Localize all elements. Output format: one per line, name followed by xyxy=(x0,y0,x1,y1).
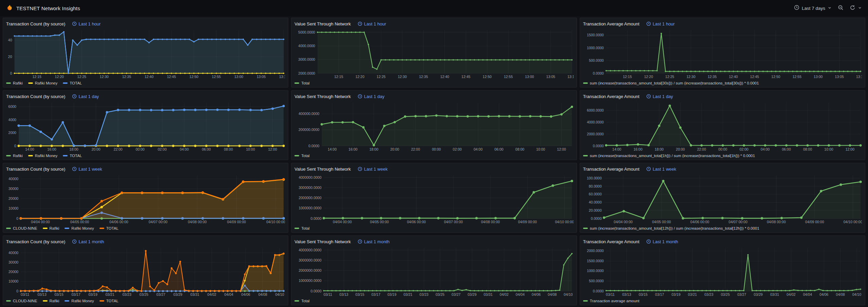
legend-item[interactable]: Total xyxy=(294,81,309,85)
legend-item[interactable]: Rafiki xyxy=(43,226,59,230)
legend-item[interactable]: Rafiki Money xyxy=(65,226,94,230)
x-axis-label: 12:50 xyxy=(483,75,492,79)
x-axis-label: 18:00 xyxy=(369,147,378,151)
time-series-chart[interactable]: 12:1512:2012:2512:3012:3512:4012:4512:50… xyxy=(6,28,285,79)
legend-label: Total xyxy=(301,154,309,158)
panel-time-link[interactable]: Last 1 month xyxy=(358,239,390,244)
legend-swatch xyxy=(294,300,299,302)
panel-time-link[interactable]: Last 1 month xyxy=(646,239,678,244)
x-axis-label: 12:25 xyxy=(77,75,86,79)
series-total xyxy=(18,105,285,147)
panel-time-link[interactable]: Last 1 week xyxy=(358,167,387,172)
legend-label: TOTAL xyxy=(70,81,82,85)
zoom-out-button[interactable] xyxy=(838,5,844,12)
panel-title: Value Sent Through Network xyxy=(294,167,351,172)
legend-item[interactable]: sum (increase(transactions_amount_total[… xyxy=(583,81,759,85)
legend-item[interactable]: Rafiki Money xyxy=(28,154,57,158)
x-axis-label: 04:00 xyxy=(180,147,188,151)
x-axis-label: 03/23 xyxy=(420,292,429,296)
legend-item[interactable]: Total xyxy=(294,154,309,158)
y-axis-label: 2000.0000 xyxy=(587,132,604,136)
legend-item[interactable]: Transaction average amount xyxy=(583,299,639,303)
x-axis-label: 03/31 xyxy=(770,292,779,296)
panel-time-link-label: Last 1 hour xyxy=(653,21,675,26)
x-axis-label: 12:55 xyxy=(504,75,513,79)
legend-swatch xyxy=(294,228,299,229)
y-axis-label: 500.0000 xyxy=(589,279,604,283)
x-axis-label: 12:40 xyxy=(729,75,738,79)
legend-item[interactable]: TOTAL xyxy=(100,226,119,230)
panel-legend: CLOUD-NINERafikiRafiki MoneyTOTAL xyxy=(6,297,285,305)
y-axis-label: 6000.0000 xyxy=(587,108,604,112)
x-axis-label: 12:40 xyxy=(440,75,449,79)
time-range-picker[interactable]: Last 7 days xyxy=(794,5,832,12)
panel-time-link[interactable]: Last 1 hour xyxy=(72,21,101,26)
panel-time-link[interactable]: Last 1 day xyxy=(358,94,384,99)
time-series-chart[interactable]: 14:0016:0018:0020:0022:0000:0002:0004:00… xyxy=(294,100,573,152)
legend-label: sum (increase(transactions_amount_total[… xyxy=(590,81,759,85)
legend-swatch xyxy=(6,228,11,229)
time-series-chart[interactable]: 12:1512:2012:2512:3012:3512:4012:4512:50… xyxy=(294,28,573,79)
y-axis-label: 0.0000 xyxy=(311,289,322,293)
refresh-button[interactable] xyxy=(850,5,855,12)
panel-time-link[interactable]: Last 1 week xyxy=(72,167,102,172)
x-axis-label: 04:00 xyxy=(474,147,483,151)
time-series-chart[interactable]: 14:0016:0018:0020:0022:0000:0002:0004:00… xyxy=(583,100,862,152)
x-axis-label: 04/10 00:00 xyxy=(266,220,285,224)
x-axis-label: 03/25 xyxy=(436,292,445,296)
time-series-chart[interactable]: 04/04 00:0004/05 00:0004/06 00:0004/07 0… xyxy=(6,173,285,225)
dashboard-title[interactable]: TESTNET Network Insights xyxy=(16,5,80,11)
panel-legend: Transaction average amount xyxy=(583,297,862,305)
legend-item[interactable]: TOTAL xyxy=(100,299,119,303)
x-axis-label: 00:00 xyxy=(718,147,727,151)
panel-legend: sum (increase(transactions_amount_total[… xyxy=(583,152,862,159)
x-axis-label: 12:15 xyxy=(32,75,41,79)
legend-item[interactable]: CLOUD-NINE xyxy=(6,299,37,303)
panel-time-link[interactable]: Last 1 month xyxy=(72,239,104,244)
x-axis-label: 03/15 xyxy=(356,292,364,296)
x-axis-label: 03/13 xyxy=(622,292,631,296)
panel-time-link[interactable]: Last 1 day xyxy=(646,94,673,99)
legend-item[interactable]: Rafiki xyxy=(43,299,59,303)
y-axis-label: 40 xyxy=(8,38,12,42)
legend-item[interactable]: Rafiki xyxy=(6,154,23,158)
panel-time-link[interactable]: Last 1 hour xyxy=(358,21,386,26)
x-axis-label: 04/05 00:00 xyxy=(370,220,389,224)
x-axis-label: 12:30 xyxy=(686,75,695,79)
panel-vs-1d: Value Sent Through Network Last 1 day 14… xyxy=(291,90,577,160)
legend-item[interactable]: TOTAL xyxy=(63,81,82,85)
time-series-chart[interactable]: 04/04 00:0004/05 00:0004/06 00:0004/07 0… xyxy=(583,173,862,225)
x-axis-label: 04/08 00:00 xyxy=(188,220,207,224)
time-series-chart[interactable]: 03/1103/1303/1503/1703/1903/2103/2303/25… xyxy=(294,246,573,297)
time-series-chart[interactable]: 03/1103/1303/1503/1703/1903/2103/2303/25… xyxy=(583,246,862,297)
legend-item[interactable]: TOTAL xyxy=(63,154,82,158)
y-axis-label: 100.0000 xyxy=(587,176,602,180)
legend-item[interactable]: Rafiki Money xyxy=(28,81,57,85)
grafana-logo[interactable] xyxy=(6,4,13,12)
legend-item[interactable]: Total xyxy=(294,299,309,303)
panel-time-link[interactable]: Last 1 day xyxy=(72,94,99,99)
legend-item[interactable]: sum (increase(transactions_amount_total[… xyxy=(583,154,755,158)
panel-time-link[interactable]: Last 1 week xyxy=(646,167,676,172)
legend-item[interactable]: sum (increase(transactions_amount_total[… xyxy=(583,226,759,230)
refresh-interval-chevron-icon[interactable] xyxy=(858,5,862,11)
panel-time-link-label: Last 1 month xyxy=(78,239,104,244)
panel-time-link[interactable]: Last 1 hour xyxy=(646,21,675,26)
clock-icon xyxy=(72,239,77,244)
legend-label: sum (increase(transactions_amount_total[… xyxy=(590,154,755,158)
legend-item[interactable]: Rafiki xyxy=(6,81,23,85)
time-series-chart[interactable]: 12:1512:2012:2512:3012:3512:4012:4512:50… xyxy=(583,28,862,79)
legend-item[interactable]: CLOUD-NINE xyxy=(6,226,37,230)
legend-label: Total xyxy=(301,81,309,85)
y-axis-label: 3000000.0000 xyxy=(299,186,322,190)
legend-item[interactable]: Total xyxy=(294,226,309,230)
x-axis-label: 04/05 00:00 xyxy=(70,220,89,224)
time-series-chart[interactable]: 03/1103/1303/1503/1703/1903/2103/2303/25… xyxy=(6,246,285,297)
legend-label: Rafiki Money xyxy=(35,154,57,158)
time-series-chart[interactable]: 04/04 00:0004/05 00:0004/06 00:0004/07 0… xyxy=(294,173,573,225)
legend-item[interactable]: Rafiki Money xyxy=(65,299,94,303)
panel-vs-1w: Value Sent Through Network Last 1 week 0… xyxy=(291,163,577,233)
time-series-chart[interactable]: 14:0016:0018:0020:0022:0000:0002:0004:00… xyxy=(6,100,285,152)
legend-label: Transaction average amount xyxy=(590,299,639,303)
panel-legend: RafikiRafiki MoneyTOTAL xyxy=(6,79,285,87)
